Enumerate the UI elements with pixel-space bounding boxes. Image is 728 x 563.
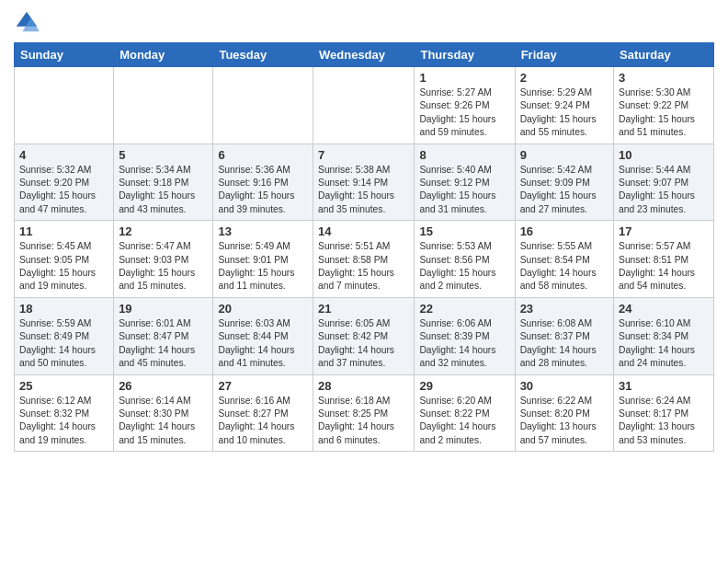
calendar-header-sunday: Sunday <box>15 43 114 67</box>
calendar-cell: 7Sunrise: 5:38 AM Sunset: 9:14 PM Daylig… <box>313 144 415 221</box>
calendar-cell <box>15 67 114 144</box>
day-number: 31 <box>619 379 709 393</box>
day-number: 8 <box>419 148 509 162</box>
day-info: Sunrise: 5:44 AM Sunset: 9:07 PM Dayligh… <box>619 164 709 217</box>
day-info: Sunrise: 6:24 AM Sunset: 8:17 PM Dayligh… <box>619 395 709 448</box>
calendar-cell <box>114 67 213 144</box>
day-number: 1 <box>419 71 509 85</box>
day-info: Sunrise: 5:30 AM Sunset: 9:22 PM Dayligh… <box>619 86 709 140</box>
calendar-table: SundayMondayTuesdayWednesdayThursdayFrid… <box>14 42 714 452</box>
calendar-cell: 6Sunrise: 5:36 AM Sunset: 9:16 PM Daylig… <box>213 144 313 221</box>
day-info: Sunrise: 6:10 AM Sunset: 8:34 PM Dayligh… <box>619 317 709 371</box>
calendar-cell: 14Sunrise: 5:51 AM Sunset: 8:58 PM Dayli… <box>313 221 415 298</box>
calendar-header-wednesday: Wednesday <box>313 43 415 67</box>
calendar-week-4: 18Sunrise: 5:59 AM Sunset: 8:49 PM Dayli… <box>15 297 714 374</box>
day-info: Sunrise: 5:36 AM Sunset: 9:16 PM Dayligh… <box>218 164 308 217</box>
day-info: Sunrise: 5:29 AM Sunset: 9:24 PM Dayligh… <box>520 86 609 140</box>
day-number: 14 <box>318 224 409 238</box>
day-number: 16 <box>520 224 609 238</box>
logo-icon <box>14 9 40 35</box>
calendar-cell: 1Sunrise: 5:27 AM Sunset: 9:26 PM Daylig… <box>415 67 515 144</box>
day-number: 11 <box>19 224 108 238</box>
day-number: 10 <box>619 148 709 162</box>
calendar-cell: 18Sunrise: 5:59 AM Sunset: 8:49 PM Dayli… <box>15 297 114 374</box>
calendar-cell: 31Sunrise: 6:24 AM Sunset: 8:17 PM Dayli… <box>614 374 714 452</box>
calendar-cell: 24Sunrise: 6:10 AM Sunset: 8:34 PM Dayli… <box>614 297 714 374</box>
calendar-cell <box>213 67 313 144</box>
calendar-cell: 21Sunrise: 6:05 AM Sunset: 8:42 PM Dayli… <box>313 297 415 374</box>
day-number: 7 <box>318 148 409 162</box>
calendar-cell: 2Sunrise: 5:29 AM Sunset: 9:24 PM Daylig… <box>515 67 613 144</box>
day-info: Sunrise: 6:01 AM Sunset: 8:47 PM Dayligh… <box>119 317 208 371</box>
day-info: Sunrise: 5:53 AM Sunset: 8:56 PM Dayligh… <box>419 240 509 293</box>
calendar-cell: 12Sunrise: 5:47 AM Sunset: 9:03 PM Dayli… <box>114 221 213 298</box>
calendar-cell: 8Sunrise: 5:40 AM Sunset: 9:12 PM Daylig… <box>415 144 515 221</box>
day-info: Sunrise: 5:57 AM Sunset: 8:51 PM Dayligh… <box>619 240 709 293</box>
day-info: Sunrise: 6:16 AM Sunset: 8:27 PM Dayligh… <box>218 395 308 448</box>
calendar-cell: 15Sunrise: 5:53 AM Sunset: 8:56 PM Dayli… <box>415 221 515 298</box>
day-info: Sunrise: 6:18 AM Sunset: 8:25 PM Dayligh… <box>318 395 409 448</box>
calendar-header-thursday: Thursday <box>415 43 515 67</box>
day-info: Sunrise: 5:42 AM Sunset: 9:09 PM Dayligh… <box>520 164 609 217</box>
calendar-cell: 11Sunrise: 5:45 AM Sunset: 9:05 PM Dayli… <box>15 221 114 298</box>
day-number: 21 <box>318 302 409 316</box>
calendar-cell: 29Sunrise: 6:20 AM Sunset: 8:22 PM Dayli… <box>415 374 515 452</box>
page-header <box>14 9 714 35</box>
calendar-cell: 4Sunrise: 5:32 AM Sunset: 9:20 PM Daylig… <box>15 144 114 221</box>
day-number: 30 <box>520 379 609 393</box>
calendar-header-monday: Monday <box>114 43 213 67</box>
day-info: Sunrise: 5:45 AM Sunset: 9:05 PM Dayligh… <box>19 240 108 293</box>
day-info: Sunrise: 5:49 AM Sunset: 9:01 PM Dayligh… <box>218 240 308 293</box>
day-info: Sunrise: 5:32 AM Sunset: 9:20 PM Dayligh… <box>19 164 108 217</box>
calendar-week-3: 11Sunrise: 5:45 AM Sunset: 9:05 PM Dayli… <box>15 221 714 298</box>
day-number: 18 <box>19 302 108 316</box>
calendar-cell: 22Sunrise: 6:06 AM Sunset: 8:39 PM Dayli… <box>415 297 515 374</box>
day-number: 9 <box>520 148 609 162</box>
logo <box>14 9 43 35</box>
day-info: Sunrise: 6:08 AM Sunset: 8:37 PM Dayligh… <box>520 317 609 371</box>
calendar-cell: 19Sunrise: 6:01 AM Sunset: 8:47 PM Dayli… <box>114 297 213 374</box>
calendar-week-5: 25Sunrise: 6:12 AM Sunset: 8:32 PM Dayli… <box>15 374 714 452</box>
day-info: Sunrise: 5:59 AM Sunset: 8:49 PM Dayligh… <box>19 317 108 371</box>
calendar-header-row: SundayMondayTuesdayWednesdayThursdayFrid… <box>15 43 714 67</box>
day-number: 24 <box>619 302 709 316</box>
day-number: 20 <box>218 302 308 316</box>
day-number: 28 <box>318 379 409 393</box>
day-info: Sunrise: 6:14 AM Sunset: 8:30 PM Dayligh… <box>119 395 208 448</box>
calendar-cell: 17Sunrise: 5:57 AM Sunset: 8:51 PM Dayli… <box>614 221 714 298</box>
calendar-cell: 30Sunrise: 6:22 AM Sunset: 8:20 PM Dayli… <box>515 374 613 452</box>
day-number: 5 <box>119 148 208 162</box>
day-info: Sunrise: 5:55 AM Sunset: 8:54 PM Dayligh… <box>520 240 609 293</box>
day-info: Sunrise: 6:12 AM Sunset: 8:32 PM Dayligh… <box>19 395 108 448</box>
day-number: 17 <box>619 224 709 238</box>
calendar-cell: 3Sunrise: 5:30 AM Sunset: 9:22 PM Daylig… <box>614 67 714 144</box>
calendar-cell <box>313 67 415 144</box>
calendar-cell: 25Sunrise: 6:12 AM Sunset: 8:32 PM Dayli… <box>15 374 114 452</box>
day-number: 19 <box>119 302 208 316</box>
calendar-header-tuesday: Tuesday <box>213 43 313 67</box>
calendar-cell: 10Sunrise: 5:44 AM Sunset: 9:07 PM Dayli… <box>614 144 714 221</box>
day-info: Sunrise: 6:06 AM Sunset: 8:39 PM Dayligh… <box>419 317 509 371</box>
calendar-week-2: 4Sunrise: 5:32 AM Sunset: 9:20 PM Daylig… <box>15 144 714 221</box>
day-number: 12 <box>119 224 208 238</box>
calendar-cell: 20Sunrise: 6:03 AM Sunset: 8:44 PM Dayli… <box>213 297 313 374</box>
calendar-cell: 9Sunrise: 5:42 AM Sunset: 9:09 PM Daylig… <box>515 144 613 221</box>
calendar-week-1: 1Sunrise: 5:27 AM Sunset: 9:26 PM Daylig… <box>15 67 714 144</box>
day-number: 27 <box>218 379 308 393</box>
day-info: Sunrise: 6:20 AM Sunset: 8:22 PM Dayligh… <box>419 395 509 448</box>
day-info: Sunrise: 5:40 AM Sunset: 9:12 PM Dayligh… <box>419 164 509 217</box>
day-number: 3 <box>619 71 709 85</box>
day-number: 26 <box>119 379 208 393</box>
day-number: 29 <box>419 379 509 393</box>
day-number: 4 <box>19 148 108 162</box>
day-info: Sunrise: 6:22 AM Sunset: 8:20 PM Dayligh… <box>520 395 609 448</box>
calendar-header-saturday: Saturday <box>614 43 714 67</box>
calendar-cell: 23Sunrise: 6:08 AM Sunset: 8:37 PM Dayli… <box>515 297 613 374</box>
calendar-cell: 13Sunrise: 5:49 AM Sunset: 9:01 PM Dayli… <box>213 221 313 298</box>
day-number: 23 <box>520 302 609 316</box>
calendar-cell: 27Sunrise: 6:16 AM Sunset: 8:27 PM Dayli… <box>213 374 313 452</box>
day-info: Sunrise: 6:05 AM Sunset: 8:42 PM Dayligh… <box>318 317 409 371</box>
calendar-cell: 5Sunrise: 5:34 AM Sunset: 9:18 PM Daylig… <box>114 144 213 221</box>
day-info: Sunrise: 5:34 AM Sunset: 9:18 PM Dayligh… <box>119 164 208 217</box>
day-number: 6 <box>218 148 308 162</box>
